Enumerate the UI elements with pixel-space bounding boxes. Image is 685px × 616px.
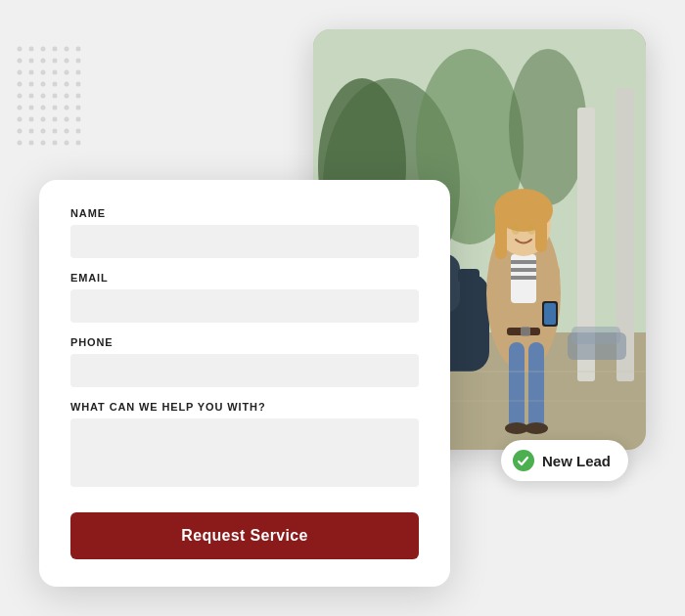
new-lead-badge: New Lead [501,440,628,481]
svg-rect-93 [571,327,620,344]
svg-point-9 [53,59,58,64]
svg-point-12 [18,70,23,75]
form-card: NAME EMAIL PHONE WHAT CAN WE HELP YOU WI… [39,180,450,587]
email-field-group: EMAIL [70,272,419,323]
svg-point-10 [65,59,69,64]
svg-point-11 [76,59,81,64]
svg-point-49 [29,141,34,146]
svg-rect-77 [511,276,536,280]
svg-point-6 [18,59,23,64]
svg-point-16 [65,70,69,75]
svg-point-24 [18,94,23,99]
svg-point-44 [41,129,46,134]
submit-button[interactable]: Request Service [70,512,419,559]
help-textarea[interactable] [70,418,419,487]
help-label: WHAT CAN WE HELP YOU WITH? [70,401,419,413]
svg-point-52 [65,141,69,146]
svg-point-42 [18,129,23,134]
svg-point-43 [29,129,34,134]
svg-point-47 [76,129,81,134]
svg-point-2 [41,47,46,52]
svg-point-27 [53,94,58,99]
svg-rect-67 [458,269,480,283]
svg-point-1 [29,47,34,52]
svg-point-31 [29,106,34,110]
svg-point-17 [76,70,81,75]
svg-point-28 [65,94,69,99]
svg-point-53 [76,141,81,146]
svg-point-48 [18,141,23,146]
svg-point-18 [18,82,23,87]
svg-point-45 [53,129,58,134]
svg-point-22 [65,82,69,87]
help-field-group: WHAT CAN WE HELP YOU WITH? [70,401,419,491]
svg-point-0 [18,47,23,52]
svg-point-87 [527,225,535,235]
phone-input[interactable] [70,354,419,387]
svg-point-34 [65,106,69,110]
svg-rect-85 [535,208,547,252]
phone-label: PHONE [70,336,419,348]
svg-point-37 [29,117,34,122]
name-field-group: NAME [70,207,419,258]
email-input[interactable] [70,289,419,323]
svg-point-33 [53,106,58,110]
svg-point-5 [76,47,81,52]
svg-point-26 [41,94,46,99]
svg-point-38 [41,117,46,122]
svg-point-30 [18,106,23,110]
phone-field-group: PHONE [70,336,419,387]
name-input[interactable] [70,225,419,258]
badge-label: New Lead [542,453,611,469]
svg-rect-70 [509,342,525,430]
svg-point-73 [525,422,548,434]
svg-rect-89 [521,327,530,336]
svg-point-40 [65,117,69,122]
svg-point-39 [53,117,58,122]
svg-point-25 [29,94,34,99]
svg-point-14 [41,70,46,75]
svg-rect-78 [497,264,511,318]
svg-point-20 [41,82,46,87]
svg-point-7 [29,59,34,64]
svg-point-46 [65,129,69,134]
svg-point-23 [76,82,81,87]
svg-point-4 [65,47,69,52]
svg-point-32 [41,106,46,110]
svg-point-50 [41,141,46,146]
email-label: EMAIL [70,272,419,284]
svg-rect-71 [528,342,544,430]
dots-decoration: // generate dots inline not possible, us… [10,39,108,156]
svg-rect-81 [544,303,556,325]
svg-point-19 [29,82,34,87]
svg-point-21 [53,82,58,87]
svg-rect-84 [495,210,507,259]
svg-rect-76 [511,268,536,272]
svg-point-51 [53,141,58,146]
svg-rect-75 [511,260,536,264]
svg-point-35 [76,106,81,110]
svg-point-36 [18,117,23,122]
check-icon [513,450,534,471]
svg-point-3 [53,47,58,52]
scene-container: // generate dots inline not possible, us… [39,29,646,587]
svg-point-29 [76,94,81,99]
svg-point-15 [53,70,58,75]
svg-point-13 [29,70,34,75]
svg-point-86 [512,225,520,235]
name-label: NAME [70,207,419,219]
svg-point-59 [509,49,587,205]
svg-point-8 [41,59,46,64]
svg-point-41 [76,117,81,122]
